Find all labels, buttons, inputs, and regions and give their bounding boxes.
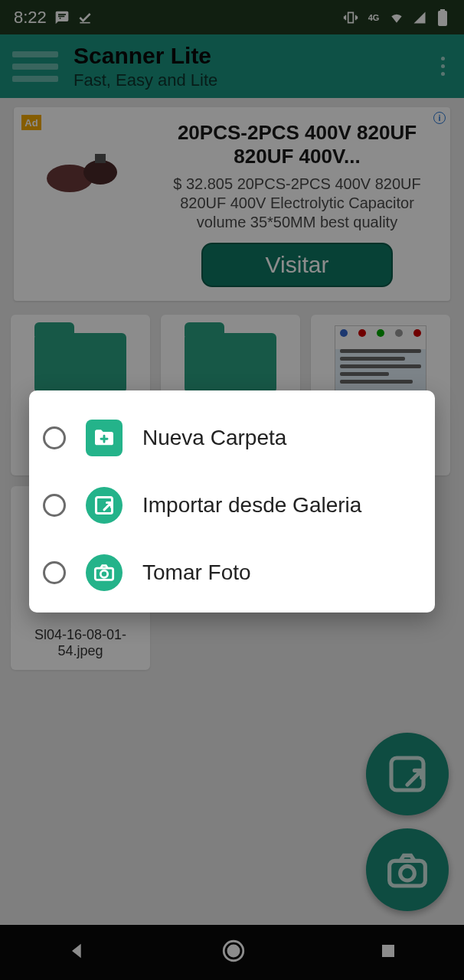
modal-item-import-gallery[interactable]: Importar desde Galeria (43, 479, 421, 547)
radio[interactable] (43, 426, 66, 449)
modal-item-new-folder[interactable]: Nueva Carpeta (43, 412, 421, 479)
modal-label: Importar desde Galeria (142, 493, 361, 518)
radio[interactable] (43, 494, 66, 517)
screen: 8:22 4G (0, 0, 464, 980)
modal-label: Tomar Foto (142, 560, 251, 585)
svg-point-13 (100, 570, 107, 577)
action-dialog: Nueva Carpeta Importar desde Galeria Tom… (29, 390, 435, 612)
modal-item-take-photo[interactable]: Tomar Foto (43, 547, 421, 599)
folder-plus-icon (86, 420, 123, 456)
camera-icon (86, 554, 123, 591)
modal-label: Nueva Carpeta (142, 426, 286, 450)
radio[interactable] (43, 561, 66, 584)
import-icon (86, 487, 123, 524)
